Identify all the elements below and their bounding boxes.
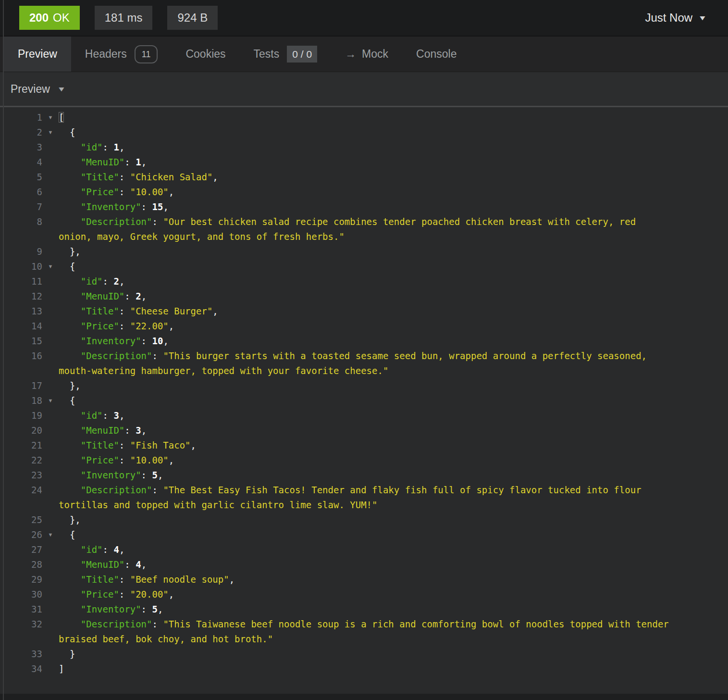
fold-spacer [42,363,59,378]
code-line: 3 "id": 1, [0,140,728,155]
tab-console-label: Console [416,48,457,61]
line-number: 19 [0,408,42,423]
tab-mock-label: Mock [362,48,388,61]
code-line: 23 "Inventory": 5, [0,468,728,483]
fold-arrow-icon[interactable]: ▼ [42,393,59,408]
code-line: 32 "Description": "This Taiwanese beef n… [0,617,728,632]
code-line: 14 "Price": "22.00", [0,319,728,334]
fold-spacer [42,468,59,483]
fold-spacer [42,349,59,363]
code-text: }, [59,244,81,259]
code-text: [ [59,110,64,125]
code-line: 33 } [0,647,728,662]
code-area[interactable]: 1▼[2▼ {3 "id": 1,4 "MenuID": 1,5 "Title"… [0,107,728,691]
code-line: 26▼ { [0,527,728,542]
code-line: 13 "Title": "Cheese Burger", [0,304,728,319]
fold-spacer [42,155,59,170]
line-number: 11 [0,274,42,289]
fold-spacer [42,170,59,185]
tab-preview[interactable]: Preview [4,37,71,72]
response-time-badge: 181 ms [95,6,153,30]
code-text: "Price": "20.00", [59,587,174,602]
status-badge: 200 OK [19,6,80,30]
code-text: "MenuID": 2, [59,289,147,304]
code-text: "MenuID": 3, [59,423,147,438]
line-number: 21 [0,438,42,453]
code-line: 11 "id": 2, [0,274,728,289]
code-line: onion, mayo, Greek yogurt, and tons of f… [0,229,728,244]
code-line: 9 }, [0,244,728,259]
fold-spacer [42,244,59,259]
tab-headers[interactable]: Headers 11 [71,37,172,72]
preview-format-bar: Preview ▼ [0,72,728,107]
line-number: 20 [0,423,42,438]
tab-tests[interactable]: Tests 0 / 0 [240,37,332,72]
line-number: 15 [0,334,42,349]
line-number: 1 [0,110,42,125]
code-line: 29 "Title": "Beef noodle soup", [0,572,728,587]
tests-count-badge: 0 / 0 [287,46,317,62]
line-number: 8 [0,214,42,229]
line-number: 17 [0,378,42,393]
line-number: 6 [0,185,42,200]
status-text: OK [53,11,70,25]
response-tabs: Preview Headers 11 Cookies Tests 0 / 0 →… [0,37,728,72]
fold-arrow-icon[interactable]: ▼ [42,125,59,140]
line-number: 9 [0,244,42,259]
tab-cookies[interactable]: Cookies [172,37,239,72]
code-text: "Description": "The Best Easy Fish Tacos… [59,483,642,498]
code-line: 18▼ { [0,393,728,408]
fold-spacer [42,304,59,319]
code-text: { [59,259,75,274]
fold-arrow-icon[interactable]: ▼ [42,527,59,542]
preview-format-dropdown[interactable]: Preview [11,83,50,96]
code-line: 27 "id": 4, [0,542,728,557]
fold-spacer [42,214,59,229]
line-number: 18 [0,393,42,408]
line-number [0,498,42,512]
code-text: "Price": "22.00", [59,319,174,334]
code-line: 1▼[ [0,110,728,125]
line-number: 3 [0,140,42,155]
line-number: 14 [0,319,42,334]
code-line: 8 "Description": "Our best chicken salad… [0,214,728,229]
code-line: 20 "MenuID": 3, [0,423,728,438]
panel-left-border [3,0,4,700]
code-line: 10▼ { [0,259,728,274]
code-text: }, [59,378,81,393]
line-number: 27 [0,542,42,557]
tab-mock[interactable]: → Mock [331,37,402,72]
fold-arrow-icon[interactable]: ▼ [42,259,59,274]
code-line: 31 "Inventory": 5, [0,602,728,617]
line-number: 12 [0,289,42,304]
history-dropdown[interactable]: Just Now ▼ [645,11,706,25]
line-number: 26 [0,527,42,542]
line-number [0,632,42,647]
code-text: { [59,527,75,542]
fold-spacer [42,229,59,244]
code-line: 17 }, [0,378,728,393]
line-number: 5 [0,170,42,185]
fold-arrow-icon[interactable]: ▼ [42,110,59,125]
code-text: "Price": "10.00", [59,453,174,468]
line-number: 16 [0,349,42,363]
code-line: 25 }, [0,512,728,527]
code-line: 16 "Description": "This burger starts wi… [0,349,728,363]
code-line: 21 "Title": "Fish Taco", [0,438,728,453]
code-text: "id": 2, [59,274,124,289]
line-number: 10 [0,259,42,274]
headers-count-badge: 11 [135,45,158,63]
fold-spacer [42,483,59,498]
tab-console[interactable]: Console [402,37,470,72]
code-text: "Title": "Cheese Burger", [59,304,218,319]
code-text: "Inventory": 5, [59,602,163,617]
line-number: 28 [0,557,42,572]
code-text: ] [59,662,64,676]
code-text: "id": 3, [59,408,124,423]
fold-spacer [42,632,59,647]
fold-spacer [42,512,59,527]
fold-spacer [42,378,59,393]
fold-spacer [42,617,59,632]
fold-spacer [42,647,59,662]
line-number: 24 [0,483,42,498]
